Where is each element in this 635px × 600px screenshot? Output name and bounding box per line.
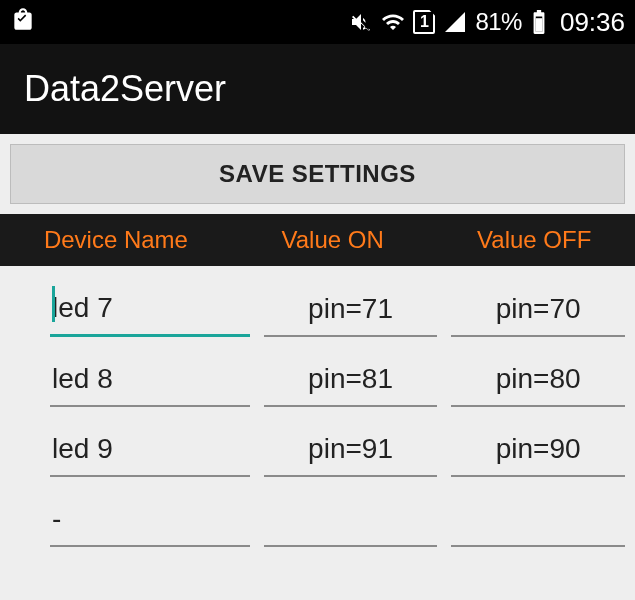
cell-device-name [10,288,250,337]
value-off-input[interactable] [451,359,625,407]
battery-percent: 81% [475,8,522,36]
value-on-input[interactable] [264,359,438,407]
header-value-on: Value ON [232,226,434,254]
value-on-input[interactable] [264,499,438,547]
device-name-input[interactable] [50,288,250,337]
cell-value-off [451,289,625,337]
clock-time: 09:36 [560,7,625,38]
app-title: Data2Server [24,68,226,110]
value-on-input[interactable] [264,289,438,337]
device-name-input[interactable] [50,359,250,407]
cell-value-on [264,289,438,337]
table-row [0,407,635,477]
text-cursor [52,286,55,322]
cell-device-name [10,429,250,477]
cell-value-on [264,499,438,547]
cell-value-on [264,429,438,477]
cell-value-off [451,499,625,547]
table-row [0,266,635,337]
android-status-bar: 1 81% 09:36 [0,0,635,44]
battery-icon [530,9,548,35]
table-row [0,337,635,407]
svg-rect-0 [536,18,543,32]
shopping-bag-icon [10,10,36,37]
value-off-input[interactable] [451,289,625,337]
save-settings-button[interactable]: SAVE SETTINGS [10,144,625,204]
table-body [0,266,635,547]
table-header: Device Name Value ON Value OFF [0,214,635,266]
app-bar: Data2Server [0,44,635,134]
value-off-input[interactable] [451,429,625,477]
signal-icon [443,10,467,34]
device-name-input[interactable] [50,429,250,477]
sim-card-icon: 1 [413,10,435,34]
cell-value-off [451,429,625,477]
value-on-input[interactable] [264,429,438,477]
header-device-name: Device Name [0,226,232,254]
sim-number: 1 [420,14,429,30]
vibrate-mute-icon [349,10,373,34]
device-name-input[interactable] [50,499,250,547]
cell-device-name [10,499,250,547]
wifi-icon [381,10,405,34]
value-off-input[interactable] [451,499,625,547]
cell-device-name [10,359,250,407]
header-value-off: Value OFF [433,226,635,254]
cell-value-on [264,359,438,407]
cell-value-off [451,359,625,407]
save-button-container: SAVE SETTINGS [0,134,635,214]
table-row [0,477,635,547]
